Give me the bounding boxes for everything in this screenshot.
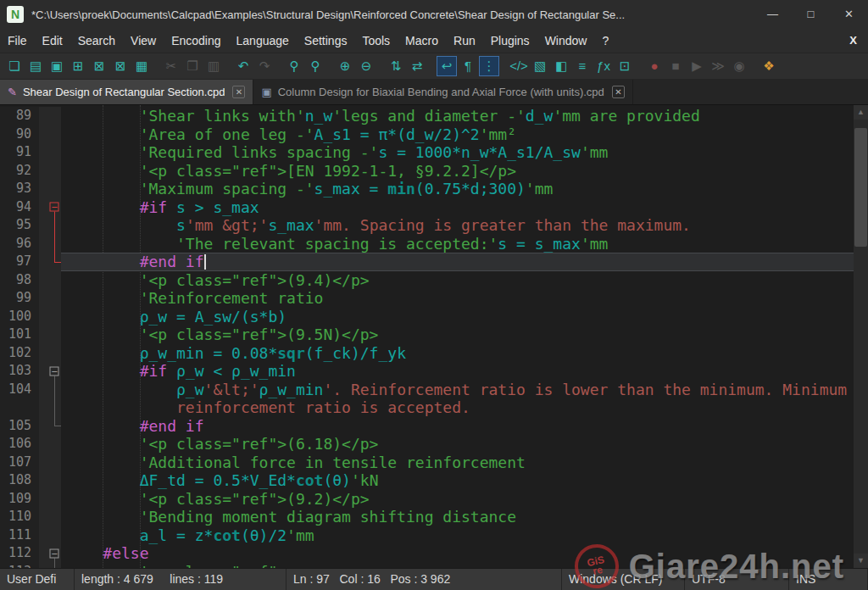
word-wrap-icon[interactable]: ↩: [437, 56, 457, 76]
bookmark-margin[interactable]: [39, 253, 47, 271]
redo-icon[interactable]: ↷: [254, 56, 275, 76]
code-line-94[interactable]: 94−#if s > s_max: [0, 198, 854, 217]
bookmark-margin[interactable]: [39, 362, 47, 381]
fold-margin[interactable]: [47, 235, 61, 253]
macro-save-icon[interactable]: ◉: [729, 56, 749, 76]
bookmark-margin[interactable]: [39, 271, 47, 290]
function-list-icon[interactable]: ƒx: [593, 56, 614, 76]
macro-run-multiple-icon[interactable]: ≫: [708, 56, 728, 76]
bookmark-margin[interactable]: [39, 143, 47, 162]
bookmark-margin[interactable]: [39, 198, 47, 217]
menu-language[interactable]: Language: [229, 29, 297, 53]
bookmark-margin[interactable]: [39, 107, 47, 125]
menu-help[interactable]: ?: [594, 29, 616, 53]
fold-collapse-icon[interactable]: −: [50, 203, 59, 212]
scroll-up-arrow[interactable]: ▲: [854, 105, 868, 120]
tab-1[interactable]: ✎Shear Design of Rectangular Section.cpd…: [0, 80, 253, 104]
show-indent-guide-icon[interactable]: ⋮: [479, 56, 499, 76]
fold-margin[interactable]: [47, 308, 61, 326]
open-file-icon[interactable]: ▤: [25, 56, 46, 76]
cut-icon[interactable]: ✂: [161, 56, 181, 76]
monitoring-icon[interactable]: ⊡: [615, 56, 635, 76]
bookmark-margin[interactable]: [39, 381, 47, 417]
bookmark-margin[interactable]: [39, 216, 47, 235]
undo-icon[interactable]: ↶: [233, 56, 253, 76]
bookmark-margin[interactable]: [39, 326, 47, 344]
plugin-icon[interactable]: ❖: [759, 56, 779, 76]
fold-margin[interactable]: [47, 143, 61, 162]
menu-tools[interactable]: Tools: [354, 29, 398, 53]
code-line-95[interactable]: 95s'mm &gt;'s_max'mm. Spacing is greater…: [0, 216, 854, 235]
code-line-101[interactable]: 101'<p class="ref">(9.5N)</p>: [0, 326, 854, 344]
bookmark-margin[interactable]: [39, 344, 47, 363]
document-close-button[interactable]: X: [838, 29, 868, 53]
bookmark-margin[interactable]: [39, 563, 47, 569]
bookmark-margin[interactable]: [39, 417, 47, 436]
menu-edit[interactable]: Edit: [35, 29, 70, 53]
fold-margin[interactable]: [47, 381, 61, 417]
fold-margin[interactable]: [47, 271, 61, 290]
code-line-111[interactable]: 111a_l = z*cot(θ)/2'mm: [0, 526, 854, 545]
code-line-91[interactable]: 91'Required links spacing -'s = 1000*n_w…: [0, 143, 854, 162]
bookmark-margin[interactable]: [39, 508, 47, 526]
fold-margin[interactable]: [47, 563, 61, 569]
zoom-in-icon[interactable]: ⊕: [335, 56, 355, 76]
code-line-92[interactable]: 92'<p class="ref">[EN 1992-1-1, §9.2.2]<…: [0, 162, 854, 181]
menu-search[interactable]: Search: [70, 29, 123, 53]
fold-margin[interactable]: [47, 253, 61, 271]
code-line-103[interactable]: 103−#if ρ_w < ρ_w_min: [0, 362, 854, 381]
macro-play-icon[interactable]: ▶: [687, 56, 707, 76]
fold-collapse-icon[interactable]: −: [50, 548, 59, 558]
folder-as-workspace-icon[interactable]: ▧: [530, 56, 550, 76]
code-line-100[interactable]: 100ρ_w = A_sw/(s*b): [0, 308, 854, 326]
fold-margin[interactable]: [47, 180, 61, 198]
bookmark-margin[interactable]: [39, 125, 47, 144]
vertical-scrollbar[interactable]: ▲ ▼: [854, 105, 868, 568]
fold-margin[interactable]: [47, 508, 61, 526]
code-line-106[interactable]: 106'<p class="ref">(6.18)</p>: [0, 435, 854, 454]
menu-run[interactable]: Run: [446, 29, 483, 53]
paste-icon[interactable]: ▥: [203, 56, 224, 76]
fold-margin[interactable]: [47, 216, 61, 235]
fold-collapse-icon[interactable]: −: [50, 366, 59, 376]
minimize-button[interactable]: —: [754, 0, 792, 29]
tab-close-icon[interactable]: ✕: [232, 86, 245, 98]
scroll-down-arrow[interactable]: ▼: [854, 554, 868, 568]
menu-file[interactable]: File: [0, 29, 35, 53]
fold-margin[interactable]: [47, 326, 61, 344]
bookmark-margin[interactable]: [39, 526, 47, 545]
code-line-99[interactable]: 99'Reinforcement ratio: [0, 289, 854, 308]
fold-margin[interactable]: [47, 162, 61, 181]
fold-margin[interactable]: [47, 471, 61, 490]
code-line-109[interactable]: 109'<p class="ref">(9.2)</p>: [0, 490, 854, 509]
tab-close-icon[interactable]: ✕: [612, 86, 625, 98]
sync-vertical-scroll-icon[interactable]: ⇅: [386, 56, 406, 76]
close-file-icon[interactable]: ⊠: [89, 56, 109, 76]
code-line-102[interactable]: 102ρ_w_min = 0.08*sqr(f_ck)/f_yk: [0, 344, 854, 363]
code-line-107[interactable]: 107'Additional force in tensile reinforc…: [0, 454, 854, 472]
menu-encoding[interactable]: Encoding: [164, 29, 228, 53]
close-all-icon[interactable]: ⊠: [110, 56, 131, 76]
menu-window[interactable]: Window: [537, 29, 595, 53]
bookmark-margin[interactable]: [39, 180, 47, 198]
print-icon[interactable]: ▦: [131, 56, 152, 76]
code-line-93[interactable]: 93'Maximum spacing -'s_max = min(0.75*d;…: [0, 180, 854, 198]
user-defined-language-icon[interactable]: </>: [509, 56, 529, 76]
maximize-button[interactable]: □: [792, 0, 830, 29]
menu-settings[interactable]: Settings: [297, 29, 355, 53]
code-line-110[interactable]: 110'Bending moment diagram shifting dist…: [0, 508, 854, 526]
menu-macro[interactable]: Macro: [398, 29, 446, 53]
bookmark-margin[interactable]: [39, 289, 47, 308]
document-map-icon[interactable]: ◧: [551, 56, 571, 76]
fold-margin[interactable]: −: [47, 362, 61, 381]
code-line-96[interactable]: 96'The relevant spacing is accepted:'s =…: [0, 235, 854, 253]
editor[interactable]: 89'Shear links with'n_w'legs and diamete…: [0, 105, 868, 568]
bookmark-margin[interactable]: [39, 308, 47, 326]
save-all-icon[interactable]: ⊞: [68, 56, 88, 76]
find-icon[interactable]: ⚲: [284, 56, 304, 76]
fold-margin[interactable]: [47, 435, 61, 454]
code-line-97[interactable]: 97#end if: [0, 253, 854, 271]
code-line-90[interactable]: 90'Area of one leg -'A_s1 = π*(d_w/2)^2'…: [0, 125, 854, 144]
bookmark-margin[interactable]: [39, 544, 47, 563]
tab-2[interactable]: ▣Column Design for Biaxial Bending and A…: [253, 80, 632, 104]
